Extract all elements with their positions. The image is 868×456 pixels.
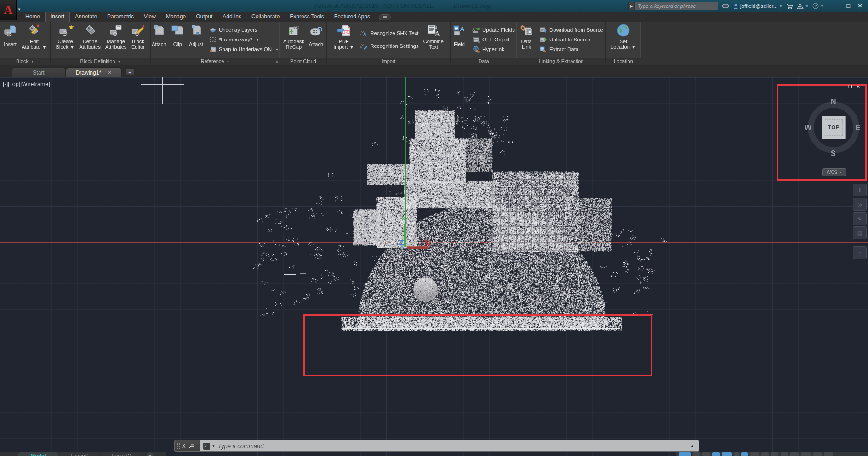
tab-annotate[interactable]: Annotate [70,12,102,22]
layout-tab-layout2[interactable]: Layout2 [102,452,141,456]
layout-tab-layout1[interactable]: Layout1 [61,452,99,456]
help-button[interactable]: ? ▼ [812,3,824,9]
status-bar-button[interactable] [693,452,700,456]
frames-vary-button[interactable]: (x) *Frames vary* ▼ [207,35,280,44]
download-from-source-button[interactable]: Download from Source [537,26,605,34]
app-store-cart-icon[interactable] [786,3,793,9]
attach-point-cloud-button[interactable]: Attach [307,23,325,51]
panel-title-import[interactable]: Import [327,58,450,65]
tab-parametric[interactable]: Parametric [102,12,139,22]
block-editor-button[interactable]: BlockEditor [129,23,147,51]
balloon-icon[interactable] [379,14,391,20]
adjust-reference-button[interactable]: Adjust [187,23,205,51]
field-icon: A [452,23,466,38]
combine-text-button[interactable]: A CombineText [422,23,445,51]
upload-to-source-button[interactable]: Upload to Source [537,35,605,44]
underlay-layers-button[interactable]: Underlay Layers [207,26,280,34]
status-bar-button[interactable] [781,452,788,456]
status-bar-button[interactable] [790,452,799,456]
close-button[interactable]: ✕ [857,0,862,12]
new-drawing-tab-button[interactable]: + [126,69,134,76]
status-bar-button[interactable] [712,452,720,456]
recognition-settings-button[interactable]: PDF Recognition Settings [358,42,420,50]
create-block-button[interactable]: ★ CreateBlock▼ [54,23,77,51]
file-tab-start[interactable]: Start [11,67,66,77]
set-location-button[interactable]: SetLocation▼ [609,23,638,51]
orbit-tool-icon[interactable]: ↻ [853,212,867,225]
a360-share-icon[interactable]: ▼ [797,3,809,9]
status-bar-button[interactable] [734,452,739,456]
tab-collaborate[interactable]: Collaborate [246,12,285,22]
panel-title-block-definition[interactable]: Block Definition▼ [51,58,150,65]
tab-home[interactable]: Home [20,12,45,22]
snap-to-underlays-button[interactable]: Snap to Underlays ON ▼ [207,45,280,53]
application-menu-button[interactable]: A [0,0,17,20]
extract-data-button[interactable]: Extract Data [537,45,605,53]
command-close-button[interactable]: X [182,443,185,449]
minimize-button[interactable]: – [836,0,839,12]
data-link-button[interactable]: DataLink [518,23,535,51]
file-tab-drawing1[interactable]: Drawing1* ✕ [66,67,122,77]
status-bar-button[interactable] [813,452,822,456]
tab-featured-apps[interactable]: Featured Apps [329,12,375,22]
help-search-input[interactable] [634,2,718,10]
status-bar-button[interactable] [679,452,691,456]
viewport-controls-label[interactable]: [-][Top][Wireframe] [3,81,50,87]
account-menu[interactable]: joffield@seiler... ▼ [733,3,782,9]
tab-insert[interactable]: Insert [45,12,70,22]
panel-import: PDF PDFImport▼ PDFA Recognize SHX Text P… [327,22,451,65]
command-input[interactable]: >_ ▼ Type a command ▲ [200,440,699,451]
status-bar-button[interactable] [771,452,778,456]
steering-wheel-icon[interactable]: ▤ [853,226,867,239]
panel-title-reference[interactable]: Reference▼ [151,58,280,65]
recognize-shx-text-button[interactable]: PDFA Recognize SHX Text [358,29,420,37]
autodesk-recap-button[interactable]: AutodeskReCap [281,23,306,51]
status-bar-button[interactable] [702,452,710,456]
pdf-import-button[interactable]: PDF PDFImport▼ [331,23,356,51]
status-bar-button[interactable] [824,452,833,456]
command-history-arrow-icon[interactable]: ▲ [691,444,694,448]
panel-title-data[interactable]: Data [451,58,517,65]
define-attributes-button[interactable]: DefineAttributes [77,23,102,51]
pan-tool-icon[interactable]: ✚ [853,184,867,196]
tab-express-tools[interactable]: Express Tools [285,12,329,22]
tab-view[interactable]: View [139,12,161,22]
panel-title-point-cloud[interactable]: Point Cloud [280,58,326,65]
panel-title-block[interactable]: Block▼ [0,58,50,65]
drawing-minimize-button[interactable]: – [841,84,844,89]
clip-reference-button[interactable]: Clip [169,23,186,51]
status-bar-button[interactable] [750,452,759,456]
tab-output[interactable]: Output [191,12,217,22]
status-bar-button[interactable] [761,452,769,456]
status-bar-button[interactable] [741,452,748,456]
command-line-grip[interactable]: X [175,440,200,451]
manage-attributes-button[interactable]: ManageAttributes [103,23,128,51]
drawing-restore-button[interactable]: ❐ [848,84,852,89]
tab-add-ins[interactable]: Add-ins [217,12,246,22]
tab-manage[interactable]: Manage [161,12,191,22]
close-tab-icon[interactable]: ✕ [108,69,112,75]
search-go-button[interactable]: ▶ [628,2,634,10]
title-bar: Autodesk AutoCAD 2019 - NOT FOR RESALE D… [0,0,868,12]
ole-object-button[interactable]: OLE Object [470,35,517,44]
edit-attribute-button[interactable]: EditAttribute▼ [20,23,49,51]
hyperlink-button[interactable]: Hyperlink [470,45,517,53]
search-binoculars-icon[interactable] [722,3,729,9]
attach-reference-button[interactable]: Attach [150,23,168,51]
dropdown-caret-icon: ▼ [212,444,215,448]
drawing-close-button[interactable]: ✕ [857,84,860,89]
customize-wrench-icon[interactable] [188,443,194,449]
field-button[interactable]: A Field [451,23,468,51]
ucs-icon [395,214,439,253]
insert-block-button[interactable]: Insert [1,23,19,51]
panel-title-location[interactable]: Location [606,58,641,65]
status-bar-button[interactable] [801,452,811,456]
crosshair-cursor [141,84,184,85]
panel-title-linking-extraction[interactable]: Linking & Extraction [517,58,605,65]
update-fields-button[interactable]: A Update Fields [470,26,517,34]
show-motion-icon[interactable]: ⌂ [853,246,867,259]
layout-tab-model[interactable]: Model [18,452,58,456]
status-bar-button[interactable] [722,452,732,456]
maximize-button[interactable]: □ [846,0,850,12]
zoom-tool-icon[interactable]: ◎ [853,198,867,211]
